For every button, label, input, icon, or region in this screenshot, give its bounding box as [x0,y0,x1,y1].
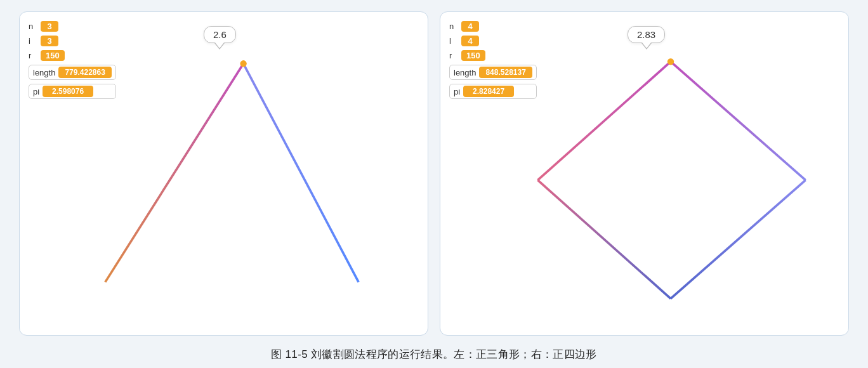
var-value-i: 3 [41,36,58,46]
var-row-length2: length 848.528137 [449,65,537,80]
left-panel: n 3 i 3 r 150 length 779.422863 pi 2.598… [19,11,428,336]
var-value-n2: 4 [461,21,479,32]
panels-row: n 3 i 3 r 150 length 779.422863 pi 2.598… [0,0,868,342]
var-row-n: n 3 [29,21,116,32]
var-value-r: 150 [41,50,65,61]
left-vars: n 3 i 3 r 150 length 779.422863 pi 2.598… [29,21,116,99]
var-label-length: length [33,68,55,77]
var-value-r2: 150 [461,50,485,61]
var-value-pi2: 2.828427 [463,86,514,97]
figure-caption: 图 11-5 刘徽割圆法程序的运行结果。左：正三角形；右：正四边形 [0,342,868,368]
var-label-pi2: pi [454,87,460,96]
var-label-length2: length [454,68,476,77]
var-row-length: length 779.422863 [29,65,116,80]
svg-point-3 [240,60,246,67]
var-label-pi: pi [33,87,39,96]
var-row-pi: pi 2.598076 [29,84,116,99]
svg-line-7 [537,62,670,180]
var-value-pi: 2.598076 [43,86,93,97]
var-label-i: i [29,36,37,46]
var-value-length: 779.422863 [58,67,111,78]
var-row-l: l 4 [449,36,537,46]
svg-line-0 [105,63,244,282]
var-value-n: 3 [41,21,58,32]
var-label-r2: r [449,51,458,60]
var-label-n2: n [449,22,458,31]
svg-point-8 [667,58,674,65]
var-value-l: 4 [461,36,479,46]
var-row-r: r 150 [29,50,116,61]
var-value-length2: 848.528137 [479,67,532,78]
var-label-r: r [29,51,37,60]
svg-line-4 [671,62,806,180]
var-label-l: l [449,36,458,46]
svg-line-1 [244,63,358,282]
right-panel: n 4 l 4 r 150 length 848.528137 pi 2.828… [440,11,849,336]
var-row-pi2: pi 2.828427 [449,84,537,99]
svg-line-5 [671,180,806,299]
var-row-i: i 3 [29,36,116,46]
svg-line-6 [537,180,670,299]
var-label-n: n [29,22,37,31]
var-row-r2: r 150 [449,50,537,61]
var-row-n2: n 4 [449,21,537,32]
right-vars: n 4 l 4 r 150 length 848.528137 pi 2.828… [449,21,537,99]
